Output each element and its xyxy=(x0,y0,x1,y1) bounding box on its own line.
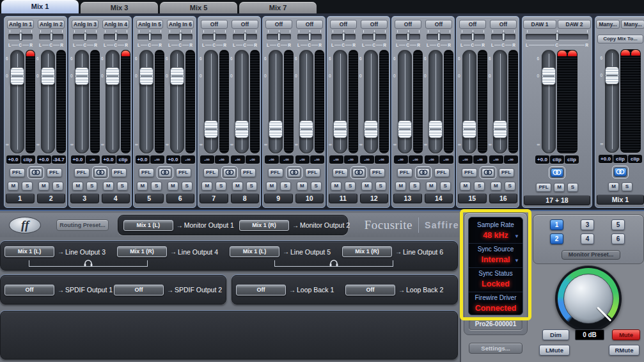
pan-handle[interactable] xyxy=(502,33,505,41)
mute-button[interactable]: Mute xyxy=(612,329,640,340)
pfl-button[interactable]: PFL xyxy=(176,168,191,177)
routing-source-button[interactable]: Mix 1 (R) xyxy=(117,246,167,257)
pan-slider[interactable] xyxy=(8,30,33,42)
mix-source-button[interactable]: Many... xyxy=(621,20,644,29)
mute-button[interactable]: M xyxy=(426,182,437,191)
mute-button[interactable]: M xyxy=(38,182,49,191)
pan-track[interactable] xyxy=(396,34,420,40)
pan-handle[interactable] xyxy=(373,33,376,41)
stereo-link-button[interactable] xyxy=(482,168,494,177)
pfl-button[interactable]: PFL xyxy=(305,168,320,177)
mute-button[interactable]: M xyxy=(608,182,619,191)
solo-button[interactable]: S xyxy=(216,182,226,191)
fader-handle[interactable] xyxy=(398,120,412,138)
fader-handle[interactable] xyxy=(462,120,476,138)
pfl-button[interactable]: PFL xyxy=(139,168,154,177)
pan-slider[interactable] xyxy=(297,30,322,42)
channel-fader[interactable]: 60∞ xyxy=(200,50,218,153)
mute-button[interactable]: M xyxy=(554,183,565,192)
channel-fader[interactable]: 60∞ xyxy=(329,50,347,153)
pan-handle[interactable] xyxy=(308,33,311,41)
pfl-button[interactable]: PFL xyxy=(203,168,219,177)
channel-source-button[interactable]: Off xyxy=(361,20,388,29)
pfl-button[interactable]: PFL xyxy=(536,183,551,192)
fader-handle[interactable] xyxy=(493,120,507,138)
fader-track[interactable] xyxy=(542,50,556,153)
monitor-output-3-button[interactable]: 3 xyxy=(581,219,594,230)
solo-button[interactable]: S xyxy=(622,182,632,191)
stereo-link-button[interactable] xyxy=(614,168,627,177)
pfl-button[interactable]: PFL xyxy=(240,168,256,177)
mute-button[interactable]: M xyxy=(297,182,308,191)
channel-source-button[interactable]: DAW 1 xyxy=(523,20,556,29)
fader-handle[interactable] xyxy=(139,67,153,85)
pan-handle[interactable] xyxy=(407,33,410,41)
pfl-button[interactable]: PFL xyxy=(111,168,127,177)
routing-source-button[interactable]: Mix 1 (R) xyxy=(239,220,289,231)
channel-source-button[interactable]: Off xyxy=(490,20,517,29)
pan-track[interactable] xyxy=(526,34,588,40)
fader-track[interactable] xyxy=(170,50,184,153)
pan-slider[interactable] xyxy=(104,30,128,42)
pan-slider[interactable] xyxy=(233,30,257,42)
solo-button[interactable]: S xyxy=(440,182,451,191)
pan-handle[interactable] xyxy=(244,33,247,41)
monitor-output-6-button[interactable]: 6 xyxy=(611,233,625,244)
monitor-output-2-button[interactable]: 2 xyxy=(550,233,563,244)
dim-button[interactable]: Dim xyxy=(542,329,569,340)
channel-source-button[interactable]: Off xyxy=(265,20,292,29)
fader-handle[interactable] xyxy=(542,67,556,85)
pan-track[interactable] xyxy=(427,34,451,40)
channel-fader[interactable]: 60∞ xyxy=(264,50,283,153)
fader-track[interactable] xyxy=(106,50,120,153)
fader-handle[interactable] xyxy=(605,67,619,84)
pan-slider[interactable] xyxy=(137,30,162,42)
fader-track[interactable] xyxy=(10,50,24,153)
channel-fader[interactable]: 60∞ xyxy=(36,50,55,153)
stereo-link-button[interactable] xyxy=(94,168,107,177)
pan-track[interactable] xyxy=(362,34,386,40)
fader-handle[interactable] xyxy=(41,67,55,85)
fader-handle[interactable] xyxy=(75,67,89,85)
channel-fader[interactable]: 60∞ xyxy=(537,50,556,153)
pan-handle[interactable] xyxy=(213,33,216,41)
channel-fader[interactable]: 60∞ xyxy=(295,50,313,153)
channel-fader[interactable]: 60∞ xyxy=(458,50,476,153)
routing-source-button[interactable]: Off xyxy=(114,285,164,295)
pan-handle[interactable] xyxy=(556,33,559,41)
channel-source-button[interactable]: Anlg In 2 xyxy=(38,20,65,29)
channel-source-button[interactable]: Off xyxy=(201,20,228,29)
pan-track[interactable] xyxy=(331,34,356,40)
pan-handle[interactable] xyxy=(471,33,475,41)
channel-source-button[interactable]: Anlg In 3 xyxy=(72,20,98,29)
channel-fader[interactable]: 60∞ xyxy=(393,50,412,153)
settings-button[interactable]: Settings... xyxy=(469,343,522,354)
solo-button[interactable]: S xyxy=(86,182,97,191)
fader-track[interactable] xyxy=(428,50,443,153)
fader-handle[interactable] xyxy=(364,120,378,138)
fader-track[interactable] xyxy=(204,50,218,153)
routing-source-button[interactable]: Off xyxy=(4,285,54,295)
pfl-button[interactable]: PFL xyxy=(333,168,348,177)
mute-button[interactable]: M xyxy=(201,182,212,191)
sync-source-select[interactable]: Internal ▼ xyxy=(469,253,522,268)
pan-track[interactable] xyxy=(168,34,192,40)
pan-track[interactable] xyxy=(297,34,322,40)
monitor-output-5-button[interactable]: 5 xyxy=(611,219,625,230)
pan-track[interactable] xyxy=(137,34,162,40)
channel-source-button[interactable]: Off xyxy=(330,20,357,29)
pan-slider[interactable] xyxy=(39,30,63,42)
mute-button[interactable]: M xyxy=(266,182,277,191)
fader-track[interactable] xyxy=(333,50,347,153)
fader-track[interactable] xyxy=(605,49,619,153)
pan-handle[interactable] xyxy=(114,33,118,41)
channel-source-button[interactable]: Off xyxy=(459,20,486,29)
fader-track[interactable] xyxy=(139,50,153,153)
routing-source-button[interactable]: Mix 1 (L) xyxy=(230,246,279,257)
pan-handle[interactable] xyxy=(148,33,152,41)
mute-button[interactable]: M xyxy=(491,182,501,191)
pfl-button[interactable]: PFL xyxy=(370,168,385,177)
solo-button[interactable]: S xyxy=(151,182,162,191)
fader-track[interactable] xyxy=(269,50,283,153)
pfl-button[interactable]: PFL xyxy=(268,168,283,177)
